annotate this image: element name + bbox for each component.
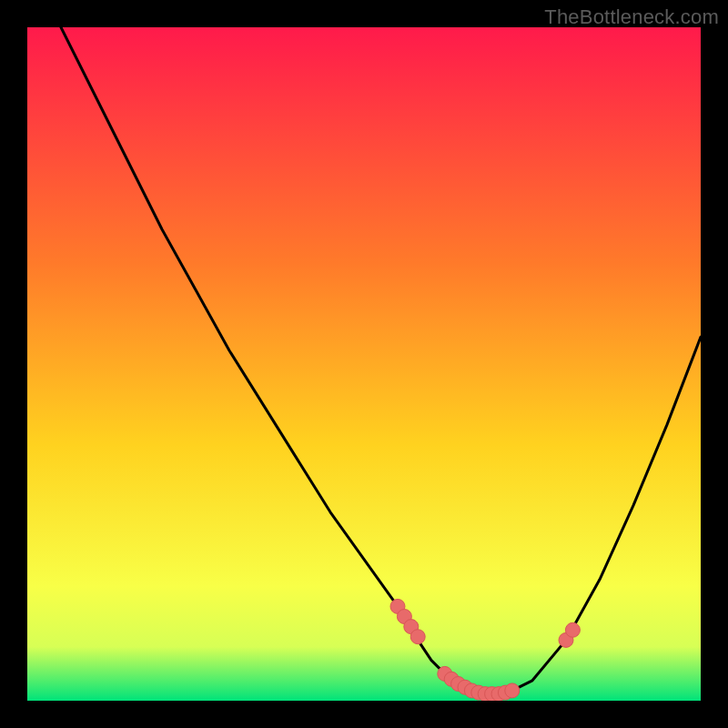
bottleneck-chart [27,27,701,701]
curve-marker [410,630,425,644]
curve-marker [565,622,580,637]
attribution-label: TheBottleneck.com [544,5,719,29]
gradient-background [27,27,701,701]
chart-frame [27,27,701,701]
curve-marker [505,683,520,698]
